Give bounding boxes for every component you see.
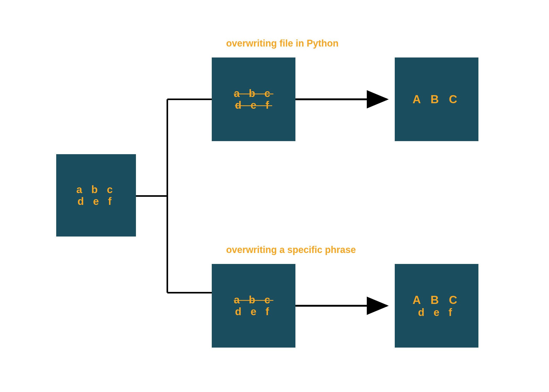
top-label-text: overwriting file in Python [226, 38, 339, 49]
top-mid-line1: a b c [234, 88, 273, 99]
bottom-mid-line1: a b c [234, 294, 273, 306]
bottom-mid-line2: d e f [234, 306, 273, 318]
source-line2: d e f [76, 195, 116, 207]
bottom-right-line1: A B C [413, 293, 461, 307]
bottom-label: overwriting a specific phrase [226, 244, 356, 255]
bottom-label-text: overwriting a specific phrase [226, 244, 356, 255]
source-line1: a b c [76, 184, 116, 195]
top-right-box: A B C [395, 57, 478, 141]
bottom-right-line2: d e f [413, 307, 461, 318]
top-label: overwriting file in Python [226, 38, 339, 49]
top-mid-line2: d e f [234, 99, 273, 111]
top-right-line1: A B C [413, 93, 461, 106]
top-mid-box: a b c d e f [212, 57, 295, 141]
bottom-right-box: A B C d e f [395, 264, 478, 348]
bottom-mid-box: a b c d e f [212, 264, 295, 348]
source-box: a b c d e f [56, 154, 136, 237]
